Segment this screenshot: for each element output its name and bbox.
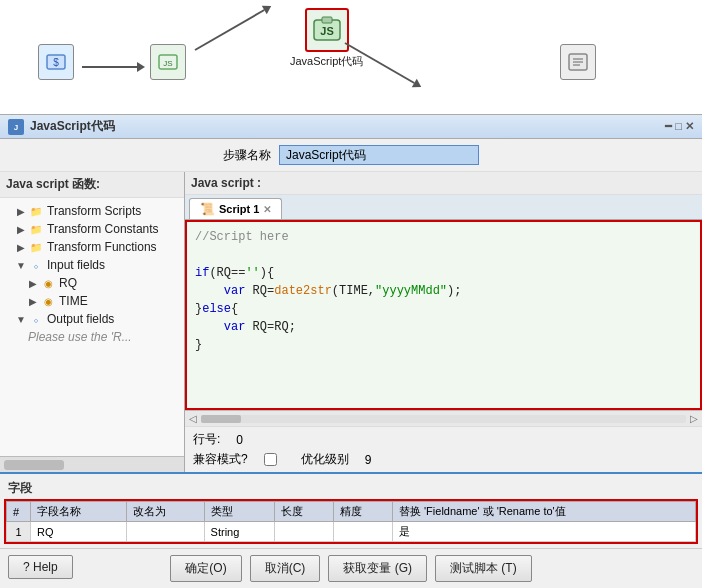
tab-label-1: Script 1 — [219, 203, 259, 215]
tree-item-transform-scripts[interactable]: ▶ 📁 Transform Scripts — [0, 202, 184, 220]
expand-icon-output: ▼ — [16, 314, 26, 324]
svg-text:JS: JS — [163, 59, 172, 68]
tree-item-time[interactable]: ▶ ◉ TIME — [0, 292, 184, 310]
code-line-5: }else{ — [195, 300, 692, 318]
th-name: 字段名称 — [31, 502, 127, 522]
tree-item-rq[interactable]: ▶ ◉ RQ — [0, 274, 184, 292]
flow-container: $ JS — [0, 0, 702, 114]
tree-item-output-fields[interactable]: ▼ ⬦ Output fields — [0, 310, 184, 328]
input-fields-icon: ⬦ — [29, 258, 43, 272]
code-editor[interactable]: //Script here if(RQ==''){ var RQ=date2st… — [185, 220, 702, 410]
test-script-button[interactable]: 测试脚本 (T) — [435, 555, 532, 582]
th-type: 类型 — [204, 502, 274, 522]
help-button[interactable]: ? Help — [8, 555, 73, 579]
expand-icon-scripts: ▶ — [16, 206, 26, 216]
compat-label: 兼容模式? — [193, 451, 248, 468]
th-rename: 改名为 — [127, 502, 205, 522]
flow-node-js[interactable]: JS JavaScript代码 — [290, 8, 363, 69]
tab-close-1[interactable]: ✕ — [263, 204, 271, 215]
section-title: 字段 — [0, 478, 702, 499]
cell-num: 1 — [7, 522, 31, 542]
flow-node-1[interactable]: $ — [38, 44, 74, 80]
code-line-4: var RQ=date2str(TIME,"yyyyMMdd"); — [195, 282, 692, 300]
table-row[interactable]: 1 RQ String 是 — [7, 522, 696, 542]
tree-item-input-fields[interactable]: ▼ ⬦ Input fields — [0, 256, 184, 274]
left-scrollbar[interactable] — [0, 456, 184, 472]
tree-area[interactable]: ▶ 📁 Transform Scripts ▶ 📁 Transform Cons… — [0, 198, 184, 456]
folder-icon-scripts: 📁 — [29, 204, 43, 218]
line-value: 0 — [236, 433, 243, 447]
tree-label-time: TIME — [59, 294, 88, 308]
folder-icon-functions: 📁 — [29, 240, 43, 254]
canvas-area: $ JS — [0, 0, 702, 115]
cell-name: RQ — [31, 522, 127, 542]
expand-icon-functions: ▶ — [16, 242, 26, 252]
arrow-2 — [193, 2, 274, 55]
opt-value: 9 — [365, 453, 372, 467]
opt-label: 优化级别 — [301, 451, 349, 468]
table-wrapper: # 字段名称 改名为 类型 长度 精度 替换 'Fieldname' 或 'Re… — [4, 499, 698, 544]
arrow-1 — [82, 62, 145, 72]
script-tab-1[interactable]: 📜 Script 1 ✕ — [189, 198, 282, 219]
expand-icon-time: ▶ — [28, 296, 38, 306]
fields-table: # 字段名称 改名为 类型 长度 精度 替换 'Fieldname' 或 'Re… — [6, 501, 696, 542]
tree-label-note: Please use the 'R... — [28, 330, 132, 344]
compat-checkbox[interactable] — [264, 453, 277, 466]
get-vars-button[interactable]: 获取变量 (G) — [328, 555, 427, 582]
footer: ? Help 确定(O) 取消(C) 获取变量 (G) 测试脚本 (T) — [0, 548, 702, 588]
tree-label-output: Output fields — [47, 312, 114, 326]
expand-icon-rq: ▶ — [28, 278, 38, 288]
flow-node-2[interactable]: JS — [150, 44, 186, 80]
flow-icon-1: $ — [38, 44, 74, 80]
tree-item-note: Please use the 'R... — [0, 328, 184, 346]
tree-label-input: Input fields — [47, 258, 105, 272]
code-line-1: //Script here — [195, 228, 692, 246]
right-panel: Java script : 📜 Script 1 ✕ //Script here… — [185, 172, 702, 472]
rq-icon: ◉ — [41, 276, 55, 290]
step-name-row: 步骤名称 — [0, 139, 702, 172]
tree-label-rq: RQ — [59, 276, 77, 290]
cell-length — [274, 522, 333, 542]
tree-label-scripts: Transform Scripts — [47, 204, 141, 218]
confirm-button[interactable]: 确定(O) — [170, 555, 241, 582]
cell-precision — [333, 522, 392, 542]
time-icon: ◉ — [41, 294, 55, 308]
svg-text:$: $ — [53, 57, 59, 68]
bottom-section: 字段 # 字段名称 改名为 类型 长度 精度 替换 'Fieldname' 或 … — [0, 472, 702, 548]
tree-label-functions: Transform Functions — [47, 240, 157, 254]
code-line-6: var RQ=RQ; — [195, 318, 692, 336]
step-name-label: 步骤名称 — [223, 147, 271, 164]
tree-item-transform-functions[interactable]: ▶ 📁 Transform Functions — [0, 238, 184, 256]
flow-node-4[interactable] — [560, 44, 596, 80]
th-num: # — [7, 502, 31, 522]
th-length: 长度 — [274, 502, 333, 522]
dialog-titlebar: J JavaScript代码 ━ □ ✕ — [0, 115, 702, 139]
flow-icon-2: JS — [150, 44, 186, 80]
line-label: 行号: — [193, 431, 220, 448]
info-row-1: 行号: 0 — [193, 431, 694, 448]
cell-type: String — [204, 522, 274, 542]
tree-item-transform-constants[interactable]: ▶ 📁 Transform Constants — [0, 220, 184, 238]
cell-rename — [127, 522, 205, 542]
th-precision: 精度 — [333, 502, 392, 522]
code-line-2 — [195, 246, 692, 264]
expand-icon-input: ▼ — [16, 260, 26, 270]
info-row-2: 兼容模式? 优化级别 9 — [193, 451, 694, 468]
th-replace: 替换 'Fieldname' 或 'Rename to'值 — [392, 502, 695, 522]
main-content: Java script 函数: ▶ 📁 Transform Scripts ▶ … — [0, 172, 702, 472]
cancel-button[interactable]: 取消(C) — [250, 555, 321, 582]
tree-label-constants: Transform Constants — [47, 222, 159, 236]
code-line-7: } — [195, 336, 692, 354]
step-name-input[interactable] — [279, 145, 479, 165]
info-bar: 行号: 0 兼容模式? 优化级别 9 — [185, 426, 702, 472]
table-header-row: # 字段名称 改名为 类型 长度 精度 替换 'Fieldname' 或 'Re… — [7, 502, 696, 522]
right-panel-header: Java script : — [185, 172, 702, 195]
expand-icon-constants: ▶ — [16, 224, 26, 234]
svg-text:JS: JS — [320, 25, 333, 37]
script-tabs: 📜 Script 1 ✕ — [185, 195, 702, 220]
code-scroll-hint[interactable]: ◁ ▷ — [185, 410, 702, 426]
svg-rect-6 — [322, 17, 332, 23]
output-fields-icon: ⬦ — [29, 312, 43, 326]
js-node-label: JavaScript代码 — [290, 54, 363, 69]
left-panel: Java script 函数: ▶ 📁 Transform Scripts ▶ … — [0, 172, 185, 472]
